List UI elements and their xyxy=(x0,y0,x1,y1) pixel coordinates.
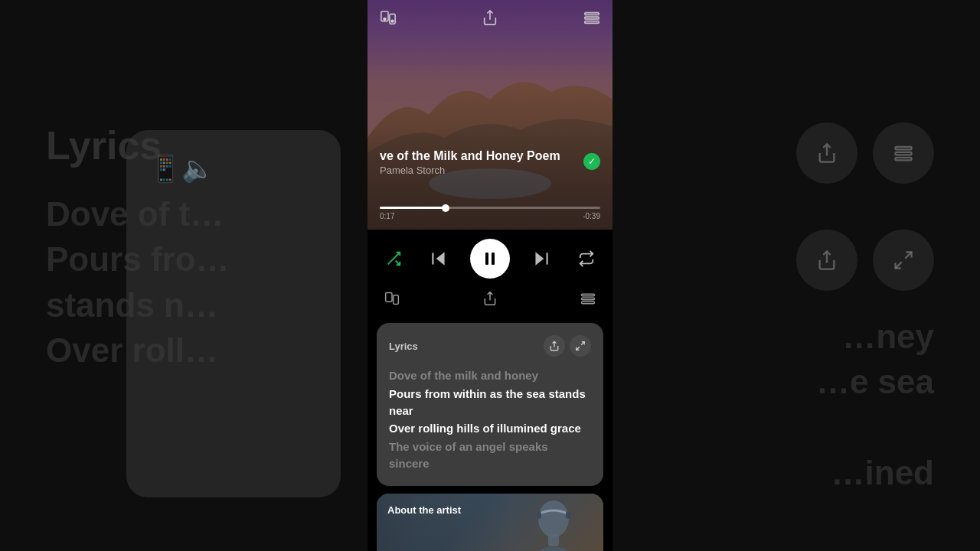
repeat-button[interactable] xyxy=(573,245,600,272)
lyrics-header-icons xyxy=(544,335,591,357)
about-artist-label: About the artist xyxy=(387,504,461,516)
shuffle-button[interactable] xyxy=(380,245,407,272)
svg-line-3 xyxy=(905,253,911,259)
progress-times: 0:17 -0:39 xyxy=(380,212,600,220)
bg-expand-icon xyxy=(873,230,934,291)
cards-area[interactable]: Lyrics Dove of the mi xyxy=(368,317,612,551)
about-artist-card[interactable]: About the artist xyxy=(377,494,603,552)
share-top-button[interactable] xyxy=(482,9,498,31)
svg-rect-13 xyxy=(585,21,599,24)
queue-top-button[interactable] xyxy=(583,9,600,31)
svg-rect-24 xyxy=(582,294,595,296)
svg-marker-16 xyxy=(436,252,445,265)
bg-right-icons xyxy=(796,122,934,184)
time-current: 0:17 xyxy=(380,212,394,220)
svg-point-10 xyxy=(391,20,394,22)
next-button[interactable] xyxy=(528,245,555,272)
svg-rect-26 xyxy=(582,302,595,304)
svg-rect-19 xyxy=(492,253,495,265)
svg-rect-1 xyxy=(896,152,912,155)
device-connect-bottom-button[interactable] xyxy=(380,286,404,311)
track-artist: Pamela Storch xyxy=(380,165,600,176)
svg-line-4 xyxy=(896,262,902,268)
time-remaining: -0:39 xyxy=(583,212,600,220)
lyrics-line-2: Pours from within as the sea stands near xyxy=(389,386,591,419)
background-right: …ney…e sea…ined xyxy=(612,0,980,551)
device-connect-button[interactable] xyxy=(380,9,397,31)
queue-bottom-button[interactable] xyxy=(576,286,600,311)
lyrics-card-header: Lyrics xyxy=(389,335,591,357)
background-left: Lyrics Dove of t…Pours fro…stands n…Over… xyxy=(0,0,368,551)
share-bottom-button[interactable] xyxy=(478,286,502,311)
track-info: ve of the Milk and Honey Poem Pamela Sto… xyxy=(368,149,612,176)
previous-button[interactable] xyxy=(425,245,452,272)
svg-rect-2 xyxy=(896,158,912,161)
progress-fill xyxy=(380,207,446,209)
svg-point-9 xyxy=(384,18,386,20)
lyrics-line-3: Over rolling hills of illumined grace xyxy=(389,420,591,437)
artist-card-image xyxy=(377,494,603,552)
svg-marker-20 xyxy=(535,252,544,265)
lyrics-line-4: The voice of an angel speaks sincere xyxy=(389,439,591,472)
controls-section xyxy=(368,230,612,317)
top-icons xyxy=(368,0,612,40)
progress-section: 0:17 -0:39 xyxy=(368,207,612,220)
track-saved-check: ✓ xyxy=(583,153,600,170)
svg-rect-11 xyxy=(585,13,599,15)
svg-rect-22 xyxy=(386,293,392,302)
lyrics-card: Lyrics Dove of the mi xyxy=(377,323,603,486)
progress-bar[interactable] xyxy=(380,207,600,209)
progress-thumb xyxy=(442,204,449,212)
secondary-controls xyxy=(380,286,600,311)
lyrics-card-label: Lyrics xyxy=(389,341,418,352)
bg-share-icon xyxy=(796,122,858,184)
svg-rect-0 xyxy=(896,147,912,150)
track-title: ve of the Milk and Honey Poem xyxy=(380,149,600,163)
svg-rect-18 xyxy=(485,253,488,265)
play-pause-button[interactable] xyxy=(470,239,510,279)
svg-rect-12 xyxy=(585,17,599,19)
svg-rect-25 xyxy=(582,298,595,300)
device-hint-icon: 📱🔈 xyxy=(149,153,214,184)
bg-right-lyrics: …ney…e sea…ined xyxy=(816,314,934,496)
lyrics-share-button[interactable] xyxy=(544,335,565,357)
lyrics-line-1: Dove of the milk and honey xyxy=(389,367,591,384)
bg-share2-icon xyxy=(796,230,858,291)
svg-rect-23 xyxy=(394,295,399,305)
center-player-panel: ve of the Milk and Honey Poem Pamela Sto… xyxy=(368,0,612,551)
lyrics-expand-button[interactable] xyxy=(570,335,591,357)
main-controls xyxy=(380,239,600,279)
left-card-hint: 📱🔈 xyxy=(126,130,341,497)
album-art: ve of the Milk and Honey Poem Pamela Sto… xyxy=(368,0,612,230)
bg-queue-icon xyxy=(873,122,934,184)
